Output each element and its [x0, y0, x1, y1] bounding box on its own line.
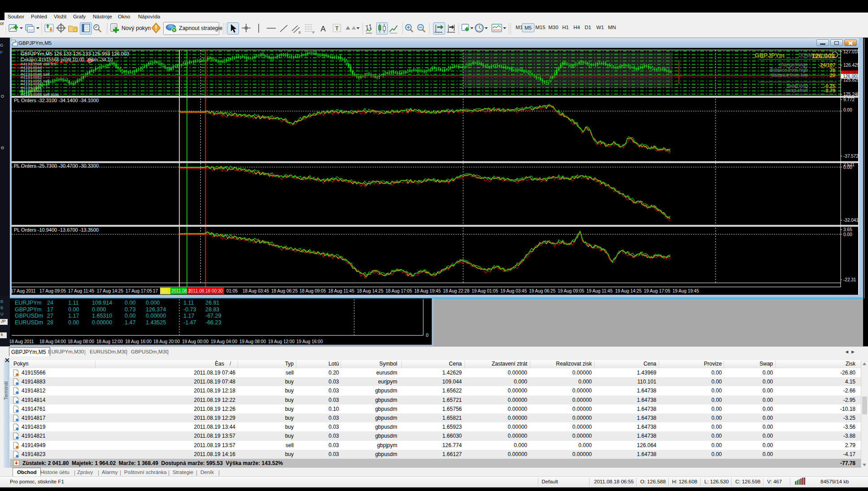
svg-text:18 Aug 09:05: 18 Aug 09:05 — [299, 289, 326, 293]
svg-text:18 Aug 22:28: 18 Aug 22:28 — [443, 289, 469, 293]
svg-text:18 Aug 16:00: 18 Aug 16:00 — [125, 339, 152, 344]
svg-text:GBPJPYm,M5 126.133 126.133 12: GBPJPYm,M5 126.133 126.133 125.993 126.0… — [21, 51, 129, 56]
svg-text:9.772: 9.772 — [843, 97, 855, 102]
svg-text:#41914969 sell stop: #41914969 sell stop — [21, 92, 59, 97]
svg-text:PL Orders -32.3100 -34.1400 -3: PL Orders -32.3100 -34.1400 -34.1000 — [14, 98, 99, 103]
svg-text:1.11: 1.11 — [68, 300, 78, 306]
svg-text:24: 24 — [47, 300, 53, 306]
svg-text:0.00: 0.00 — [843, 232, 852, 237]
svg-text:19 Aug 06:25: 19 Aug 06:25 — [529, 289, 556, 293]
svg-text:18 Aug 03:45: 18 Aug 03:45 — [243, 289, 269, 293]
svg-text:17 Aug 2011: 17 Aug 2011 — [12, 289, 36, 293]
svg-text:1.17: 1.17 — [183, 313, 194, 319]
svg-text:distance from low: distance from low — [771, 72, 808, 78]
svg-text:109.914: 109.914 — [92, 300, 112, 306]
svg-text:0.000: 0.000 — [146, 300, 160, 306]
svg-text:19 Aug 09:05: 19 Aug 09:05 — [558, 289, 584, 293]
svg-text:127.010: 127.010 — [843, 49, 858, 54]
svg-text:PL Orders -10.9400 -13.6700 -1: PL Orders -10.9400 -13.6700 -13.3500 — [14, 227, 99, 233]
svg-text:29: 29 — [830, 73, 835, 78]
svg-text:18 Aug 2011: 18 Aug 2011 — [10, 339, 34, 344]
svg-text:19 Aug 00:00: 19 Aug 00:00 — [182, 339, 208, 344]
svg-text:19 Aug 17:05: 19 Aug 17:05 — [644, 289, 670, 293]
svg-text:EURUSDm: EURUSDm — [15, 319, 43, 326]
svg-text:19 Aug 01:05: 19 Aug 01:05 — [472, 289, 498, 293]
svg-text:17: 17 — [153, 289, 158, 293]
svg-text:0.000: 0.000 — [92, 306, 106, 313]
svg-text:1.43525: 1.43525 — [146, 319, 166, 326]
svg-text:17: 17 — [47, 306, 53, 313]
svg-text:126.374: 126.374 — [146, 306, 166, 313]
svg-text:-66.23: -66.23 — [205, 319, 221, 326]
svg-text:0: 0 — [426, 333, 429, 338]
svg-text:-22.31: -22.31 — [843, 277, 856, 282]
svg-text:1.65310: 1.65310 — [92, 313, 112, 319]
svg-text:2011.08.18 00:30: 2011.08.18 00:30 — [188, 289, 223, 293]
svg-text:0.00: 0.00 — [68, 319, 79, 326]
svg-text:GBPJPYm: GBPJPYm — [755, 52, 785, 59]
svg-text:0.00000: 0.00000 — [146, 313, 166, 319]
svg-text:17 Aug 11:45: 17 Aug 11:45 — [68, 289, 95, 293]
svg-text:18 Aug 17:05: 18 Aug 17:05 — [386, 289, 412, 293]
svg-text:18 Aug 12:00: 18 Aug 12:00 — [96, 339, 123, 344]
svg-text:-24/107: -24/107 — [819, 62, 835, 68]
svg-text:126.003: 126.003 — [843, 74, 858, 79]
svg-text:18 Aug 04:00: 18 Aug 04:00 — [39, 339, 66, 344]
svg-text:1.17: 1.17 — [68, 313, 79, 319]
svg-text:18 Aug 08:00: 18 Aug 08:00 — [68, 339, 94, 344]
svg-text:-32.041: -32.041 — [843, 218, 858, 223]
svg-text:change/range: change/range — [779, 62, 808, 67]
svg-text:18 Aug 19:45: 18 Aug 19:45 — [414, 289, 441, 293]
svg-text:0.73: 0.73 — [125, 306, 135, 313]
svg-text:126.003: 126.003 — [812, 52, 835, 60]
svg-text:18 Aug 06:25: 18 Aug 06:25 — [271, 289, 298, 293]
svg-text:201: 201 — [161, 289, 169, 293]
svg-text:-37.572: -37.572 — [843, 154, 858, 159]
svg-text:-0.73: -0.73 — [183, 306, 196, 313]
svg-text:19 Aug 08:00: 19 Aug 08:00 — [239, 339, 266, 344]
svg-text:swap short: swap short — [785, 87, 808, 93]
svg-text:-1.47: -1.47 — [183, 319, 196, 326]
svg-text:0.00: 0.00 — [843, 165, 852, 170]
svg-text:0.00: 0.00 — [125, 313, 135, 319]
svg-text:1.11: 1.11 — [183, 300, 194, 306]
svg-text:-0.79: -0.79 — [824, 88, 835, 93]
svg-text:19 Aug 19:45: 19 Aug 19:45 — [673, 289, 699, 293]
svg-text:EURJPYm: EURJPYm — [15, 300, 42, 306]
svg-text:125.240: 125.240 — [843, 92, 858, 97]
svg-text:18 Aug 14:25: 18 Aug 14:25 — [357, 289, 383, 293]
svg-text:0.00: 0.00 — [68, 306, 79, 313]
svg-text:18 Aug 11:45: 18 Aug 11:45 — [328, 289, 355, 293]
svg-text:0.00: 0.00 — [843, 108, 852, 112]
svg-text:19 Aug 14:25: 19 Aug 14:25 — [615, 289, 642, 293]
svg-text:-67.29: -67.29 — [205, 313, 221, 319]
svg-text:27: 27 — [47, 313, 53, 319]
svg-text:1.47: 1.47 — [125, 319, 135, 326]
svg-text:19 Aug 04:00: 19 Aug 04:00 — [211, 339, 237, 344]
svg-text:F: F — [312, 30, 315, 34]
svg-text:17 Aug 09:05: 17 Aug 09:05 — [39, 289, 66, 293]
svg-text:126.425: 126.425 — [843, 63, 858, 68]
svg-text:26.91: 26.91 — [205, 300, 219, 306]
svg-text:17 Aug 17:05: 17 Aug 17:05 — [126, 289, 152, 293]
svg-text:17 Aug 14:25: 17 Aug 14:25 — [97, 289, 123, 293]
svg-text:19 Aug 12:00: 19 Aug 12:00 — [268, 339, 295, 344]
svg-text:3.65: 3.65 — [843, 227, 852, 232]
svg-text:0.00: 0.00 — [125, 300, 135, 306]
svg-text:0.00000: 0.00000 — [92, 319, 112, 326]
svg-text:GBPUSDm: GBPUSDm — [15, 313, 43, 319]
svg-text:19 Aug 11:45: 19 Aug 11:45 — [586, 289, 613, 293]
svg-text:Nový pokyn: Nový pokyn — [122, 25, 151, 31]
svg-text:GBPJPYm: GBPJPYm — [15, 306, 42, 313]
svg-text:28.83: 28.83 — [205, 306, 219, 313]
svg-text:18 Aug 20:00: 18 Aug 20:00 — [153, 339, 180, 344]
svg-text:E: E — [299, 30, 301, 34]
svg-text:Zapnout strategie: Zapnout strategie — [179, 25, 222, 31]
svg-text:01:05: 01:05 — [226, 289, 238, 293]
svg-text:19 Aug 03:45: 19 Aug 03:45 — [500, 289, 527, 293]
svg-text:28: 28 — [47, 319, 53, 326]
svg-text:19 Aug 16:00: 19 Aug 16:00 — [296, 339, 323, 344]
svg-text:A: A — [321, 25, 326, 33]
svg-text:PL Orders -25.7300 -30.4700 -3: PL Orders -25.7300 -30.4700 -30.3300 — [14, 163, 99, 168]
svg-text:T: T — [335, 25, 339, 32]
